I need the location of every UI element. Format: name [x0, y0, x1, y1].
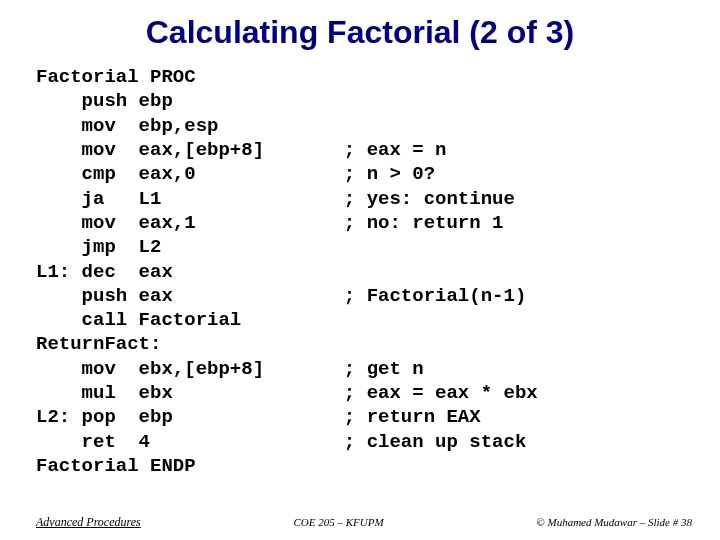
footer-center: COE 205 – KFUPM	[293, 516, 383, 528]
footer: Advanced Procedures COE 205 – KFUPM © Mu…	[0, 515, 720, 530]
footer-right: © Muhamed Mudawar – Slide # 38	[536, 516, 692, 528]
code-block: Factorial PROC push ebp mov ebp,esp mov …	[0, 61, 720, 478]
slide-title: Calculating Factorial (2 of 3)	[0, 0, 720, 61]
footer-left: Advanced Procedures	[36, 515, 141, 530]
